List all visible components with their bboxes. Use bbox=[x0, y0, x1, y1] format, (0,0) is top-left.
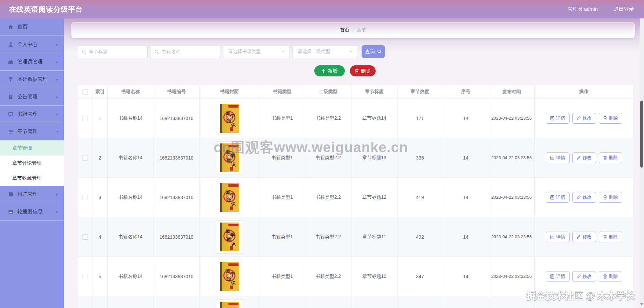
scrollbar-thumb[interactable] bbox=[640, 101, 643, 168]
cell-sub-type: 书籍类型2.2 bbox=[305, 99, 352, 138]
table-row: 2 书籍名称14 1682133837010 国 学 知 识 书籍类型1 书籍类… bbox=[78, 138, 633, 178]
detail-button[interactable]: 详情 bbox=[546, 192, 570, 203]
book-cover-image[interactable]: 国 学 知 识 bbox=[216, 181, 243, 213]
row-delete-button[interactable]: 删除 bbox=[599, 232, 622, 242]
logout-button[interactable]: 退出登录 bbox=[614, 6, 634, 12]
sidebar-item-0[interactable]: 首页 bbox=[0, 18, 64, 36]
cell-seq: 14 bbox=[443, 217, 489, 257]
detail-button[interactable]: 详情 bbox=[546, 232, 570, 242]
document-icon bbox=[550, 274, 554, 279]
sidebar-item-4[interactable]: 公告管理▸ bbox=[0, 88, 64, 106]
sidebar-item-10[interactable]: 用户管理▸ bbox=[0, 186, 64, 203]
cell-index: 1 bbox=[93, 99, 107, 138]
cell-sub-type: 书籍类型2.2 bbox=[305, 217, 352, 257]
edit-button[interactable]: 修改 bbox=[572, 271, 596, 282]
sidebar-item-7[interactable]: 章节管理 bbox=[0, 140, 64, 156]
notice-icon bbox=[8, 94, 14, 100]
toolbar: 新增 删除 bbox=[64, 65, 644, 76]
row-checkbox[interactable] bbox=[83, 234, 88, 240]
trash-icon bbox=[355, 69, 359, 73]
sidebar: 首页个人中心▸管理员管理▸基础数据管理▸公告管理▸书籍管理▸章节管理▾章节管理章… bbox=[0, 18, 64, 308]
filter-bar: 请选择书籍类型 请选择二级类型 查询 bbox=[78, 45, 644, 58]
chevron-down-icon: ▾ bbox=[56, 129, 58, 134]
pencil-icon bbox=[577, 156, 581, 160]
pencil-icon bbox=[577, 116, 581, 120]
cell-chapter-title: 章节标题12 bbox=[352, 178, 397, 217]
col-header-actions: 操作 bbox=[534, 85, 633, 99]
detail-button[interactable]: 详情 bbox=[546, 271, 570, 282]
sub-type-select[interactable]: 请选择二级类型 bbox=[292, 45, 357, 58]
cell-sub-type: 书籍类型2.2 bbox=[305, 296, 352, 308]
cell-chapter-title: 章节标题10 bbox=[352, 257, 397, 296]
search-icon bbox=[377, 49, 382, 54]
sidebar-item-label: 章节管理 bbox=[12, 145, 64, 151]
sidebar-item-11[interactable]: 轮播图信息▸ bbox=[0, 203, 64, 221]
book-type-select-placeholder: 请选择书籍类型 bbox=[228, 49, 261, 55]
table-row: 5 书籍名称14 1682133837010 国 学 知 识 书籍类型1 书籍类… bbox=[78, 257, 633, 296]
delete-button[interactable]: 删除 bbox=[350, 65, 376, 76]
sidebar-item-2[interactable]: 管理员管理▸ bbox=[0, 53, 64, 71]
sub-type-select-placeholder: 请选择二级类型 bbox=[298, 49, 330, 55]
book-cover-image[interactable]: 国 学 知 识 bbox=[216, 221, 243, 253]
row-checkbox[interactable] bbox=[83, 155, 88, 161]
col-header-heat: 章节热度 bbox=[397, 85, 443, 99]
col-header-sub-type: 二级类型 bbox=[305, 85, 352, 99]
search-icon bbox=[82, 49, 87, 55]
cell-sub-type: 书籍类型2.2 bbox=[305, 257, 352, 296]
cell-publish-time: 2023-04-22 03:23:56 bbox=[489, 296, 534, 308]
row-checkbox[interactable] bbox=[83, 116, 88, 121]
app-window: 在线英语阅读分级平台 管理员 admin 退出登录 首页个人中心▸管理员管理▸基… bbox=[0, 0, 644, 308]
add-button[interactable]: 新增 bbox=[314, 65, 345, 76]
table-row: 4 书籍名称14 1682133837010 国 学 知 识 书籍类型1 书籍类… bbox=[78, 217, 633, 257]
sidebar-item-5[interactable]: 书籍管理▸ bbox=[0, 106, 64, 123]
cell-sub-type: 书籍类型2.2 bbox=[305, 138, 352, 178]
cell-publish-time: 2023-04-22 03:23:56 bbox=[489, 178, 534, 217]
chapter-icon bbox=[8, 129, 14, 135]
col-header-book-name: 书籍名称 bbox=[107, 85, 154, 99]
cell-chapter-title: 章节标题9 bbox=[352, 296, 397, 308]
book-cover-image[interactable]: 国 学 知 识 bbox=[216, 300, 243, 308]
edit-button[interactable]: 修改 bbox=[572, 113, 596, 124]
document-icon bbox=[550, 156, 554, 160]
sidebar-item-3[interactable]: 基础数据管理▸ bbox=[0, 71, 64, 88]
book-cover-image[interactable]: 国 学 知 识 bbox=[216, 102, 243, 134]
edit-button[interactable]: 修改 bbox=[572, 232, 596, 242]
scrollbar-down-arrow[interactable] bbox=[640, 303, 643, 305]
book-name-input[interactable] bbox=[151, 46, 220, 58]
table-header-row: 索引 书籍名称 书籍编号 书籍封面 书籍类型 二级类型 章节标题 章节热度 序号… bbox=[78, 85, 633, 99]
trash-icon bbox=[603, 235, 607, 239]
breadcrumb-home-link[interactable]: 首页 bbox=[340, 27, 350, 33]
chapter-title-input[interactable] bbox=[78, 46, 147, 58]
sidebar-item-6[interactable]: 章节管理▾ bbox=[0, 123, 64, 140]
row-delete-button[interactable]: 删除 bbox=[599, 192, 622, 203]
select-all-checkbox[interactable] bbox=[83, 89, 88, 95]
detail-button[interactable]: 详情 bbox=[546, 113, 570, 124]
top-header: 在线英语阅读分级平台 管理员 admin 退出登录 bbox=[0, 0, 644, 18]
document-icon bbox=[550, 195, 554, 200]
cell-index: 5 bbox=[93, 257, 107, 296]
row-checkbox[interactable] bbox=[83, 274, 88, 279]
table-body: 1 书籍名称14 1682133837010 国 学 知 识 书籍类型1 书籍类… bbox=[78, 99, 633, 308]
sidebar-item-8[interactable]: 章节评论管理 bbox=[0, 156, 64, 171]
book-cover-image[interactable]: 国 学 知 识 bbox=[216, 142, 243, 174]
chevron-right-icon: ▸ bbox=[56, 42, 58, 47]
sidebar-item-9[interactable]: 章节收藏管理 bbox=[0, 171, 64, 186]
row-delete-button[interactable]: 删除 bbox=[599, 271, 622, 282]
book-type-select[interactable]: 请选择书籍类型 bbox=[223, 45, 289, 58]
cell-book-type: 书籍类型1 bbox=[260, 178, 305, 217]
detail-button[interactable]: 详情 bbox=[546, 152, 570, 163]
row-checkbox[interactable] bbox=[83, 195, 88, 200]
edit-button[interactable]: 修改 bbox=[572, 192, 596, 203]
edit-button[interactable]: 修改 bbox=[572, 152, 596, 163]
book-cover-image[interactable]: 国 学 知 识 bbox=[216, 260, 243, 293]
sidebar-item-1[interactable]: 个人中心▸ bbox=[0, 36, 64, 53]
row-delete-button[interactable]: 删除 bbox=[599, 152, 622, 163]
query-button[interactable]: 查询 bbox=[362, 45, 385, 58]
cell-seq: 14 bbox=[443, 138, 489, 178]
pencil-icon bbox=[577, 274, 581, 279]
chevron-right-icon: ▸ bbox=[56, 60, 58, 64]
row-delete-button[interactable]: 删除 bbox=[599, 113, 622, 124]
cell-heat: 347 bbox=[397, 257, 443, 296]
trash-icon bbox=[603, 156, 607, 160]
data-icon bbox=[8, 76, 14, 82]
